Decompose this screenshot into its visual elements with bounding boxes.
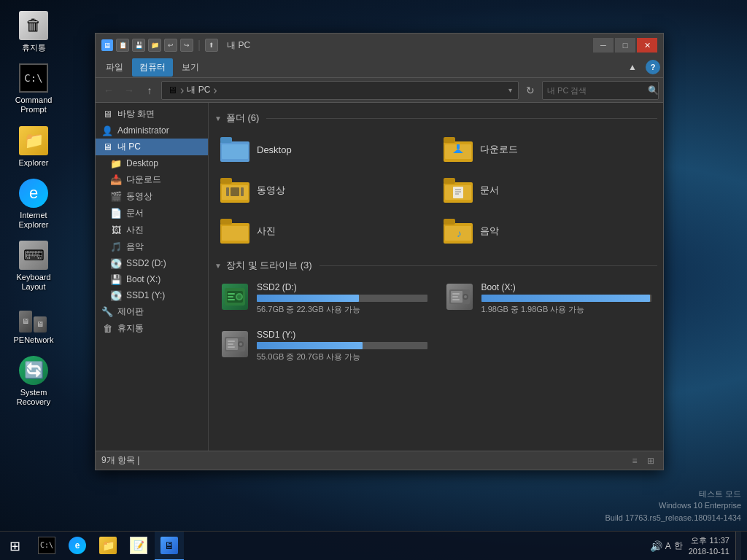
sidebar-item-mypc[interactable]: 🖥 내 PC [96, 139, 208, 155]
drive-ssd1[interactable]: SSD1 (Y:) 55.0GB 중 20.7GB 사용 가능 [214, 325, 433, 367]
status-bar: 9개 항목 | ≡ ⊞ [96, 451, 663, 470]
menu-ribbon: 파일 컴퓨터 보기 ▲ ? [96, 57, 663, 78]
tray-lang-a[interactable]: A [665, 541, 671, 551]
sidebar-item-video[interactable]: 🎬 동영상 [96, 188, 208, 205]
taskbar: ⊞ C:\ e 📁 📝 [0, 531, 747, 560]
drive-boot-image [446, 284, 473, 310]
sidebar-item-ssd2[interactable]: 💽 SSD2 (D:) [96, 255, 208, 271]
clock[interactable]: 오후 11:37 2018-10-11 [689, 535, 729, 556]
forward-button[interactable]: → [120, 82, 138, 99]
show-desktop-button[interactable] [735, 532, 741, 561]
toolbar-btn-1[interactable]: 📋 [116, 39, 129, 52]
sidebar-item-desktop[interactable]: 🖥 바탕 화면 [96, 106, 208, 122]
taskbar-notes[interactable]: 📝 [124, 532, 153, 561]
sidebar-label-control: 제어판 [117, 306, 144, 318]
back-button[interactable]: ← [100, 82, 117, 99]
sidebar-item-photos[interactable]: 🖼 사진 [96, 222, 208, 238]
folders-arrow[interactable]: ▼ [214, 114, 222, 122]
explorer-icon[interactable]: 📁 Explorer [7, 122, 60, 171]
sidebar-icon-docs: 📄 [110, 208, 122, 219]
drive-boot-bar [481, 295, 652, 302]
sidebar-item-administrator[interactable]: 👤 Administrator [96, 122, 208, 139]
watermark-line3: Build 17763.rs5_release.180914-1434 [605, 512, 741, 524]
menu-view[interactable]: 보기 [174, 58, 206, 77]
minimize-button[interactable]: ─ [593, 38, 614, 52]
system-recovery-icon[interactable]: 🔄 SystemRecovery [7, 352, 60, 411]
pe-network-image: 🖥 🖥 [19, 303, 48, 332]
folder-desktop[interactable]: Desktop [214, 131, 435, 168]
sidebar-item-download[interactable]: 📥 다운로드 [96, 171, 208, 188]
drive-boot[interactable]: Boot (X:) 1.98GB 중 1.98GB 사용 가능 [439, 278, 658, 319]
list-view-btn[interactable]: ≡ [628, 454, 641, 467]
drives-arrow[interactable]: ▼ [214, 262, 222, 270]
folder-photo[interactable]: 사진 [214, 212, 435, 250]
address-dropdown[interactable]: ▾ [508, 86, 512, 94]
svg-rect-22 [220, 219, 232, 225]
system-tray: 🔊 A 한 [650, 540, 683, 552]
command-prompt-icon[interactable]: C:\ CommandPrompt [7, 60, 60, 118]
search-icon[interactable]: 🔍 [648, 85, 659, 96]
svg-point-45 [239, 343, 242, 346]
help-button[interactable]: ? [646, 60, 660, 74]
drives-section-header: ▼ 장치 및 드라이브 (3) [214, 259, 657, 272]
folder-music[interactable]: ♪ 음악 [438, 212, 658, 250]
toolbar-btn-undo[interactable]: ↩ [164, 39, 177, 52]
search-bar[interactable]: 🔍 [542, 81, 659, 100]
address-bar[interactable]: 🖥 › 내 PC › ▾ [161, 81, 519, 100]
svg-rect-25 [444, 219, 455, 225]
sidebar-item-sub-desktop[interactable]: 📁 Desktop [96, 155, 208, 171]
drive-ssd1-image [222, 331, 248, 357]
maximize-button[interactable]: □ [615, 38, 635, 52]
folder-download-label: 다운로드 [480, 143, 518, 156]
folder-docs-label: 문서 [480, 184, 499, 197]
taskbar-network[interactable]: 🖥 [155, 532, 184, 561]
sidebar-item-boot[interactable]: 💾 Boot (X:) [96, 271, 208, 287]
svg-rect-4 [444, 137, 455, 143]
toolbar-btn-up[interactable]: ⬆ [205, 39, 218, 52]
sidebar-item-control-panel[interactable]: 🔧 제어판 [96, 303, 208, 320]
folder-video[interactable]: 동영상 [214, 171, 435, 209]
drive-ssd2[interactable]: SSD2 (D:) 56.7GB 중 22.3GB 사용 가능 [214, 278, 433, 319]
folder-docs[interactable]: 문서 [438, 171, 658, 209]
drives-title: 장치 및 드라이브 (3) [226, 259, 312, 272]
menu-file[interactable]: 파일 [98, 58, 131, 77]
taskbar-cmd[interactable]: C:\ [32, 532, 61, 561]
ribbon-collapse-arrow[interactable]: ▲ [624, 59, 641, 75]
search-input[interactable] [547, 86, 648, 95]
sidebar-item-music[interactable]: 🎵 음악 [96, 238, 208, 255]
ie-image: e [19, 179, 48, 208]
folder-docs-icon [444, 176, 473, 205]
pe-network-icon[interactable]: 🖥 🖥 PENetwork [7, 300, 60, 349]
up-button[interactable]: ↑ [141, 82, 158, 99]
drive-ssd1-space: 55.0GB 중 20.7GB 사용 가능 [257, 351, 427, 362]
folder-download[interactable]: 다운로드 [438, 131, 658, 168]
tray-speaker[interactable]: 🔊 [650, 540, 662, 552]
taskbar-explorer[interactable]: 📁 [93, 532, 123, 561]
refresh-button[interactable]: ↻ [522, 82, 539, 99]
sidebar-item-docs[interactable]: 📄 문서 [96, 205, 208, 222]
toolbar-btn-redo[interactable]: ↪ [180, 39, 193, 52]
taskbar-ie[interactable]: e [63, 532, 92, 561]
folder-photo-label: 사진 [257, 225, 276, 238]
toolbar-btn-3[interactable]: 📁 [148, 39, 161, 52]
grid-view-btn[interactable]: ⊞ [644, 454, 657, 467]
keyboard-layout-icon[interactable]: ⌨ KeyboardLayout [7, 237, 60, 295]
sidebar-icon-sub-desktop: 📁 [110, 158, 122, 169]
internet-explorer-icon[interactable]: e InternetExplorer [7, 175, 60, 233]
close-button[interactable]: ✕ [637, 38, 657, 52]
nav-bar: ← → ↑ 🖥 › 내 PC › ▾ ↻ 🔍 [96, 78, 663, 103]
sidebar-label-music: 음악 [126, 241, 144, 253]
desktop: 🗑 휴지통 C:\ CommandPrompt 📁 Explorer e Int… [0, 0, 747, 560]
menu-computer[interactable]: 컴퓨터 [132, 58, 173, 77]
sidebar-item-trash[interactable]: 🗑 휴지통 [96, 320, 208, 337]
drive-boot-name: Boot (X:) [481, 282, 652, 292]
command-prompt-label: CommandPrompt [15, 96, 53, 114]
sidebar-item-ssd1[interactable]: 💽 SSD1 (Y:) [96, 287, 208, 303]
folder-desktop-icon [220, 135, 249, 164]
tray-lang-ko[interactable]: 한 [674, 540, 683, 552]
svg-rect-48 [228, 346, 235, 348]
recycle-bin-icon[interactable]: 🗑 휴지통 [7, 7, 60, 56]
content-area: 🖥 바탕 화면 👤 Administrator 🖥 내 PC 📁 Desktop… [96, 103, 663, 451]
toolbar-btn-2[interactable]: 💾 [132, 39, 145, 52]
start-button[interactable]: ⊞ [0, 532, 29, 561]
